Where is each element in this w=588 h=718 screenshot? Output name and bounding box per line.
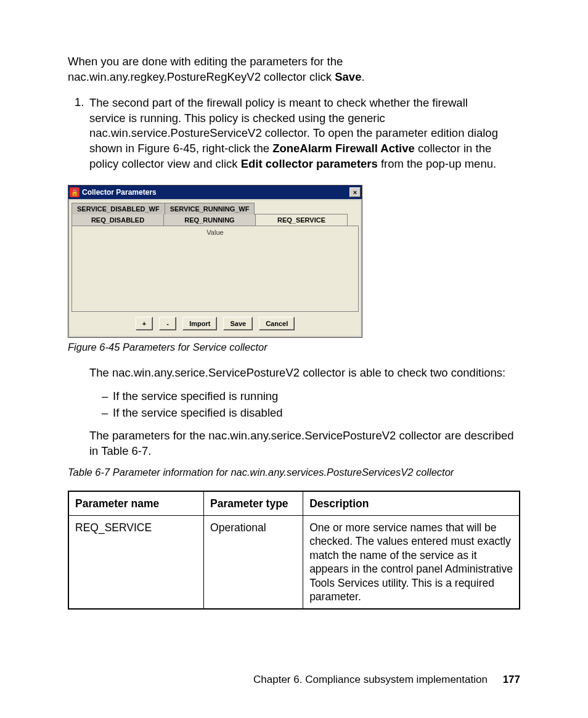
add-button[interactable]: + xyxy=(136,317,153,330)
bold-edit-params: Edit collector parameters xyxy=(241,157,378,170)
page: When you are done with editing the param… xyxy=(0,0,588,718)
app-icon: 🔒 xyxy=(70,187,80,197)
dash-icon: – xyxy=(102,388,113,405)
list-number: 1. xyxy=(75,96,89,109)
cancel-button[interactable]: Cancel xyxy=(259,317,295,330)
remove-button[interactable]: - xyxy=(159,317,176,330)
th-description: Description xyxy=(303,491,520,516)
th-parameter-name: Parameter name xyxy=(68,491,204,516)
paragraph-table-ref: The parameters for the nac.win.any.seric… xyxy=(68,428,520,459)
tab-panel: Value xyxy=(71,226,359,312)
figure-dialog: 🔒 Collector Parameters × SERVICE_DISABLE… xyxy=(68,185,520,338)
tab-row-2: REQ_DISABLED REQ_RUNNING REQ_SERVICE xyxy=(71,214,359,226)
dialog-body: SERVICE_DISABLED_WF SERVICE_RUNNING_WF R… xyxy=(68,199,362,337)
text: When you are done with editing the param… xyxy=(68,55,343,83)
table-row: REQ_SERVICE Operational One or more serv… xyxy=(68,515,520,609)
dash-icon: – xyxy=(102,405,113,422)
text: . xyxy=(361,70,364,83)
import-button[interactable]: Import xyxy=(182,317,217,330)
page-number: 177 xyxy=(503,674,520,685)
parameter-table: Parameter name Parameter type Descriptio… xyxy=(68,491,520,610)
dash-list: –If the service specified is running –If… xyxy=(68,388,520,422)
text: If the service specified is disabled xyxy=(113,405,283,422)
collector-parameters-dialog: 🔒 Collector Parameters × SERVICE_DISABLE… xyxy=(68,185,362,338)
close-icon[interactable]: × xyxy=(349,187,361,197)
tab-req-service[interactable]: REQ_SERVICE xyxy=(255,214,348,226)
save-word: Save xyxy=(335,70,361,83)
td-param-name: REQ_SERVICE xyxy=(68,515,204,609)
text: If the service specified is running xyxy=(113,388,278,405)
ordered-list: 1.The second part of the firewall policy… xyxy=(68,96,520,171)
list-item: –If the service specified is running xyxy=(102,388,520,405)
chapter-label: Chapter 6. Compliance subsystem implemen… xyxy=(253,674,488,685)
figure-caption: Figure 6-45 Parameters for Service colle… xyxy=(68,341,520,353)
tab-service-running-wf[interactable]: SERVICE_RUNNING_WF xyxy=(165,203,255,214)
tab-req-disabled[interactable]: REQ_DISABLED xyxy=(71,214,164,226)
th-parameter-type: Parameter type xyxy=(204,491,303,516)
td-param-type: Operational xyxy=(204,515,303,609)
text: from the pop-up menu. xyxy=(378,157,496,170)
bold-zonealarm: ZoneAlarm Firewall Active xyxy=(272,142,415,155)
dialog-button-bar: + - Import Save Cancel xyxy=(71,312,359,334)
td-description: One or more service names that will be c… xyxy=(303,515,520,609)
table-header-row: Parameter name Parameter type Descriptio… xyxy=(68,491,520,516)
tab-req-running[interactable]: REQ_RUNNING xyxy=(163,214,256,226)
list-item: –If the service specified is disabled xyxy=(102,405,520,422)
table-caption: Table 6-7 Parameter information for nac.… xyxy=(68,467,520,478)
paragraph-conditions-intro: The nac.win.any.serice.ServicePostureV2 … xyxy=(68,365,520,381)
dialog-title: Collector Parameters xyxy=(82,188,348,197)
list-item-text: The second part of the firewall policy i… xyxy=(89,96,505,171)
tab-row-1: SERVICE_DISABLED_WF SERVICE_RUNNING_WF xyxy=(71,202,359,214)
tab-service-disabled-wf[interactable]: SERVICE_DISABLED_WF xyxy=(71,203,165,214)
value-column-header: Value xyxy=(72,226,358,236)
page-footer: Chapter 6. Compliance subsystem implemen… xyxy=(253,674,520,686)
intro-paragraph: When you are done with editing the param… xyxy=(68,54,520,84)
dialog-titlebar: 🔒 Collector Parameters × xyxy=(68,186,362,199)
save-button[interactable]: Save xyxy=(223,317,253,330)
